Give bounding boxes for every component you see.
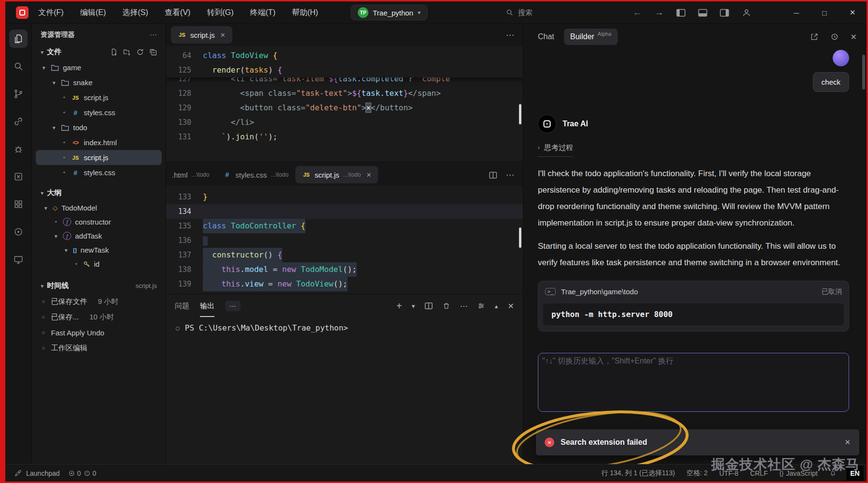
- more-actions-icon[interactable]: ⋯: [506, 170, 514, 180]
- forward-button[interactable]: →: [655, 7, 664, 18]
- code-line[interactable]: 136: [166, 233, 523, 248]
- thinking-process-toggle[interactable]: › 思考过程: [538, 143, 573, 157]
- source-control-icon[interactable]: [9, 85, 28, 103]
- scrollbar-thumb[interactable]: [519, 104, 521, 124]
- outline-item[interactable]: ▾◇TodoModel: [36, 201, 162, 215]
- panel-tab-输出[interactable]: 输出: [200, 295, 214, 317]
- maximize-button[interactable]: □: [810, 1, 838, 24]
- code-line[interactable]: 64class TodoView {: [166, 48, 523, 63]
- toggle-sidebar-icon[interactable]: [676, 9, 685, 17]
- code-line[interactable]: 139 this.view = new TodoView();: [166, 277, 523, 291]
- new-file-icon[interactable]: [110, 48, 118, 56]
- command-card-header[interactable]: >_ Trae_python\game\todo 已取消: [538, 281, 849, 302]
- terminal-output[interactable]: ○ PS C:\Users\Ma\Desktop\Trae_python>: [166, 317, 523, 464]
- menu-item-6[interactable]: 帮助(H): [292, 8, 318, 18]
- menu-item-3[interactable]: 查看(V): [165, 8, 190, 18]
- search-sidebar-icon[interactable]: [9, 57, 28, 75]
- code-line[interactable]: 125 render(tasks) {: [166, 63, 523, 77]
- menu-item-4[interactable]: 转到(G): [207, 8, 233, 18]
- split-editor-icon[interactable]: [489, 171, 497, 179]
- split-terminal-icon[interactable]: [425, 302, 433, 310]
- panel-overflow-icon[interactable]: ⋯: [225, 301, 241, 311]
- debug-bug-icon[interactable]: [9, 140, 28, 158]
- filter-sliders-icon[interactable]: [477, 302, 485, 310]
- scrollbar-thumb[interactable]: [519, 227, 521, 248]
- close-button[interactable]: ✕: [838, 1, 867, 24]
- code-line[interactable]: 138 this.model = new TodoModel();: [166, 262, 523, 277]
- tree-item[interactable]: ▾snake: [36, 75, 162, 90]
- app-logo-icon[interactable]: [16, 6, 29, 19]
- menu-item-5[interactable]: 终端(T): [250, 8, 275, 18]
- open-in-editor-icon[interactable]: [810, 32, 819, 41]
- menu-item-0[interactable]: 文件(F): [38, 8, 63, 18]
- references-link-icon[interactable]: [9, 112, 28, 131]
- extension-test-icon[interactable]: [9, 167, 28, 186]
- menu-item-1[interactable]: 编辑(E): [80, 8, 106, 18]
- extensions-grid-icon[interactable]: [9, 195, 28, 213]
- code-line[interactable]: 129 <button class="delete-btn">×</button…: [166, 101, 523, 115]
- close-toast-icon[interactable]: ✕: [844, 438, 851, 447]
- outline-item[interactable]: •ƒconstructor: [36, 215, 162, 229]
- timeline-item[interactable]: ○已保存文件9 小时: [32, 294, 166, 309]
- history-icon[interactable]: [830, 32, 839, 41]
- files-section-header[interactable]: ▾ 文件: [36, 44, 162, 60]
- refresh-icon[interactable]: [137, 48, 144, 56]
- collapse-all-icon[interactable]: [150, 48, 157, 56]
- toggle-panel-icon[interactable]: [698, 9, 707, 17]
- outline-section-header[interactable]: ▾ 大纲: [36, 185, 162, 201]
- code-line[interactable]: 133}: [166, 190, 523, 204]
- tree-item[interactable]: •JSscript.js: [36, 150, 162, 165]
- close-tab-icon[interactable]: ✕: [366, 171, 371, 179]
- outline-item[interactable]: ▾[]newTask: [36, 243, 162, 257]
- close-chat-icon[interactable]: ✕: [851, 32, 857, 42]
- back-button[interactable]: ←: [633, 7, 642, 18]
- minimize-button[interactable]: ─: [782, 1, 810, 24]
- outline-item[interactable]: •id: [36, 257, 162, 271]
- maximize-panel-icon[interactable]: ▴: [495, 302, 498, 310]
- remote-monitor-icon[interactable]: [9, 250, 28, 269]
- global-search[interactable]: 搜索: [506, 6, 533, 19]
- launchpad-button[interactable]: Launchpad: [14, 469, 60, 477]
- terminal-dropdown-icon[interactable]: ▾: [412, 302, 415, 310]
- kill-terminal-icon[interactable]: [442, 302, 450, 310]
- tab-scriptjs[interactable]: JSscript.js...\todo✕: [295, 166, 378, 183]
- timeline-item[interactable]: ○Fast Apply Undo: [32, 325, 166, 340]
- new-folder-icon[interactable]: [123, 48, 131, 56]
- more-actions-icon[interactable]: ⋯: [460, 302, 468, 311]
- close-panel-icon[interactable]: ✕: [508, 302, 514, 311]
- outline-item[interactable]: ▾ƒaddTask: [36, 229, 162, 243]
- close-tab-icon[interactable]: ✕: [220, 31, 226, 39]
- code-line[interactable]: 134: [166, 204, 523, 219]
- more-actions-icon[interactable]: ⋯: [506, 30, 514, 40]
- tree-item[interactable]: •JSscript.js: [36, 90, 162, 105]
- code-line[interactable]: 131 `).join('');: [166, 130, 523, 144]
- indentation-setting[interactable]: 空格: 2: [686, 469, 708, 478]
- more-actions-icon[interactable]: ⋯: [150, 30, 157, 39]
- run-circle-icon[interactable]: [9, 223, 28, 241]
- code-line[interactable]: 137 constructor() {: [166, 248, 523, 262]
- project-selector[interactable]: TP Trae_python ▾: [351, 5, 427, 20]
- tree-item[interactable]: •<>index.html: [36, 135, 162, 150]
- account-icon[interactable]: [742, 8, 751, 17]
- tree-item[interactable]: •#styles.css: [36, 165, 162, 180]
- editor1-code[interactable]: 64class TodoView {125 render(tasks) { 12…: [166, 46, 523, 162]
- code-line[interactable]: 128 <span class="task-text">${task.text}…: [166, 86, 523, 101]
- menu-item-2[interactable]: 选择(S): [122, 8, 148, 18]
- timeline-item[interactable]: ○工作区编辑: [32, 340, 166, 356]
- code-line[interactable]: 130 </li>: [166, 115, 523, 130]
- editor2-code[interactable]: 133}134135class TodoController {136137 c…: [166, 186, 523, 294]
- new-terminal-icon[interactable]: +: [396, 301, 402, 312]
- timeline-item[interactable]: ○已保存...10 小时: [32, 309, 166, 325]
- tab-stylescss[interactable]: #styles.css...\todo: [216, 166, 295, 183]
- chat-input[interactable]: [542, 356, 845, 408]
- explorer-icon[interactable]: [9, 30, 28, 48]
- problems-indicator[interactable]: 0 0: [68, 469, 96, 477]
- tree-item[interactable]: •#styles.css: [36, 105, 162, 120]
- panel-tab-问题[interactable]: 问题: [175, 302, 189, 311]
- tab-builder[interactable]: Builder Alpha: [564, 29, 618, 45]
- tab-chat[interactable]: Chat: [538, 32, 554, 41]
- toggle-secondary-sidebar-icon[interactable]: [720, 9, 729, 17]
- code-line[interactable]: 135class TodoController {: [166, 219, 523, 233]
- tree-item[interactable]: ▾game: [36, 60, 162, 75]
- tab-html[interactable]: .html...\todo: [166, 166, 216, 183]
